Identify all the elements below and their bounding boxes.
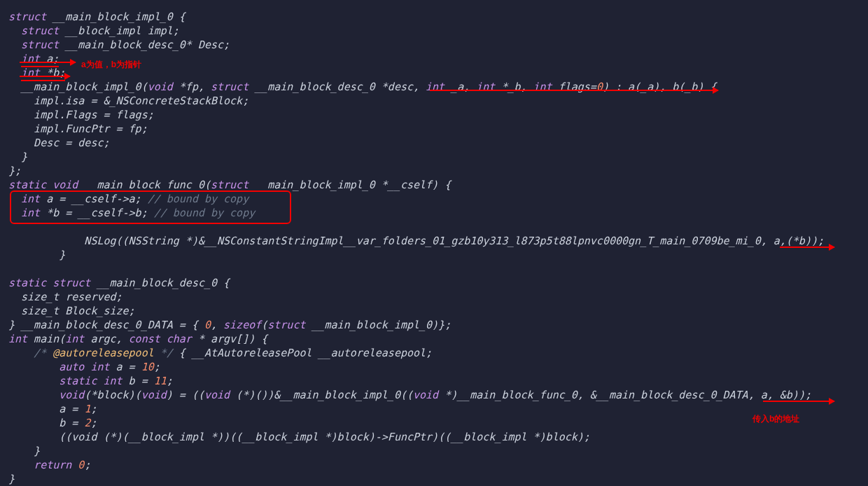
code-text: ; (90, 403, 97, 415)
kw-const: const (129, 333, 160, 345)
kw-int: int (84, 361, 109, 373)
comment: */ (154, 347, 173, 359)
kw-static: static (8, 277, 46, 289)
code-text: __block_impl impl; (59, 25, 179, 37)
code-text: size_t Block_size; (8, 305, 135, 317)
arrow-icon (780, 247, 834, 248)
kw-int: int (476, 81, 495, 93)
annotation-b-label: 传入b的地址 (752, 412, 799, 426)
code-text: ; (154, 361, 160, 373)
code-text: { __AtAutoreleasePool __autoreleasepool; (173, 347, 432, 359)
code-text: impl.Flags = flags; (8, 109, 154, 121)
kw-int: int (8, 333, 27, 345)
code-text: } (8, 249, 65, 261)
comment: /* (8, 347, 52, 359)
kw-int: int (65, 333, 84, 345)
num-literal: 0 (204, 319, 211, 331)
arrow-icon (763, 401, 834, 402)
arrow-icon (430, 90, 718, 91)
num-literal: 0 (596, 81, 603, 93)
code-text: __main_block_impl_0( (8, 81, 148, 93)
kw-return: return (8, 459, 71, 471)
code-text: } (8, 445, 40, 457)
code-text: __main_block_impl_0 *__cself) { (248, 179, 451, 191)
autoreleasepool: @autoreleasepool (52, 347, 154, 359)
highlight-box (10, 190, 291, 224)
code-text: ( (261, 319, 267, 331)
code-text: __main_block_desc_0 *desc, (248, 81, 426, 93)
code-text: ; (90, 417, 97, 429)
code-text: __main_block_desc_0 { (90, 277, 230, 289)
num-literal: 10 (141, 361, 154, 373)
code-text: (*block)( (84, 389, 141, 401)
arrow-icon (20, 62, 76, 63)
code-text: __main_block_impl_0 { (46, 11, 186, 23)
code-text: *fp, (173, 81, 211, 93)
kw-static: static (8, 179, 46, 191)
code-text: *)__main_block_func_0, &__main_block_des… (438, 389, 811, 401)
kw-int: int (21, 53, 40, 67)
kw-int: int (97, 375, 122, 387)
code-text: Desc = desc; (8, 137, 110, 149)
code-text: } __main_block_desc_0_DATA = { (8, 319, 204, 331)
code-text: a = (8, 403, 84, 415)
kw-int: int (21, 67, 40, 81)
kw-struct: struct (21, 39, 59, 51)
code-text: } (8, 473, 15, 485)
kw-void: void (8, 389, 84, 401)
code-text: size_t reserved; (8, 291, 122, 303)
code-editor: struct __main_block_impl_0 { struct __bl… (0, 0, 868, 486)
code-text: ; (167, 375, 173, 387)
kw-struct: struct (8, 11, 46, 23)
code-text: b = (8, 417, 84, 429)
kw-static: static (8, 375, 97, 387)
code-text: ) = (( (167, 389, 204, 401)
code-text: ) : a(_a), b(_b) { (603, 81, 717, 93)
code-text: (*)())&__main_block_impl_0(( (230, 389, 413, 401)
kw-char: char (160, 333, 192, 345)
kw-sizeof: sizeof (223, 319, 261, 331)
num-literal: 11 (154, 375, 167, 387)
code-text: NSLog((NSString *)&__NSConstantStringImp… (8, 235, 824, 247)
code-text: impl.FuncPtr = fp; (8, 123, 148, 135)
kw-struct: struct (211, 81, 248, 93)
code-text: , (211, 319, 223, 331)
kw-void: void (46, 179, 78, 191)
kw-void: void (413, 389, 438, 401)
kw-auto: auto (8, 361, 84, 373)
num-literal: 0 (71, 459, 84, 471)
kw-void: void (141, 389, 167, 401)
code-text: _a, (444, 81, 476, 93)
code-text: b = (122, 375, 154, 387)
kw-struct: struct (267, 319, 305, 331)
code-text: }; (8, 165, 21, 177)
code-text: impl.isa = &_NSConcreteStackBlock; (8, 95, 248, 107)
code-text: main( (27, 333, 65, 345)
code-text: a = (110, 361, 141, 373)
kw-int: int (426, 81, 444, 93)
kw-int: int (533, 81, 552, 93)
code-text: __main_block_impl_0)}; (305, 319, 451, 331)
kw-void: void (148, 81, 173, 93)
kw-void: void (204, 389, 230, 401)
code-text: ((void (*)(__block_impl *))((__block_imp… (8, 431, 590, 443)
code-text: *b; (40, 67, 65, 81)
arrow-icon (20, 76, 70, 77)
code-block: struct __main_block_impl_0 { struct __bl… (0, 0, 868, 486)
code-text: __main_block_desc_0* Desc; (59, 39, 230, 51)
code-text: *_b, (495, 81, 533, 93)
code-text: flags= (552, 81, 596, 93)
code-text: a; (40, 53, 59, 67)
code-text: argc, (84, 333, 128, 345)
code-text: ; (84, 459, 90, 471)
kw-struct: struct (21, 25, 59, 37)
code-text: } (8, 151, 27, 163)
kw-struct: struct (211, 179, 248, 191)
annotation-a-label: a为值，b为指针 (81, 57, 141, 71)
kw-struct: struct (46, 277, 90, 289)
code-text: * argv[]) { (192, 333, 267, 345)
code-text: __main_block_func_0( (78, 179, 211, 191)
